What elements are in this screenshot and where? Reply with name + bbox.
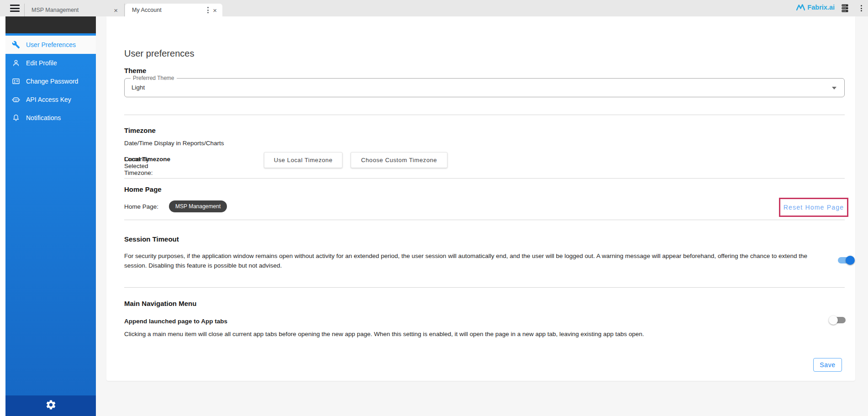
sidebar-footer	[5, 395, 96, 416]
top-bar: MSP Management × My Account × Fabrix.ai	[0, 0, 868, 16]
server-stack-icon[interactable]	[841, 4, 849, 14]
home-page-chip: MSP Management	[169, 200, 227, 212]
sidebar-item-change-password[interactable]: Change Password	[5, 72, 96, 90]
content-card: User preferences Theme Preferred Theme L…	[106, 16, 855, 381]
tab-options-kebab-icon[interactable]	[205, 6, 211, 14]
session-timeout-toggle[interactable]	[836, 256, 855, 265]
timezone-subtitle: Date/Time Display in Reports/Charts	[124, 140, 224, 147]
divider	[124, 115, 845, 115]
tab-my-account[interactable]: My Account ×	[125, 4, 222, 16]
home-page-label: Home Page:	[124, 203, 158, 210]
append-page-setting-label: Append launched page to App tabs	[124, 318, 227, 325]
sidebar-item-label: User Preferences	[26, 41, 76, 48]
bell-icon	[11, 113, 21, 122]
divider	[124, 287, 845, 288]
id-card-icon	[11, 77, 21, 86]
tab-label: My Account	[132, 7, 205, 13]
more-options-kebab-icon[interactable]	[858, 5, 864, 12]
reset-home-page-button[interactable]: Reset Home Page	[784, 204, 844, 211]
settings-gear-icon[interactable]	[45, 399, 57, 412]
timezone-current: Currently Selected Timezone: Local Timez…	[124, 156, 170, 163]
page-title: User preferences	[124, 48, 194, 59]
toggle-thumb	[846, 256, 855, 265]
brand-logo: Fabrix.ai	[796, 4, 835, 11]
brand-name: Fabrix.ai	[807, 4, 835, 11]
choose-custom-timezone-button[interactable]: Choose Custom Timezone	[351, 152, 447, 168]
preferred-theme-value: Light	[132, 84, 145, 91]
sidebar-item-label: Edit Profile	[26, 59, 57, 67]
preferred-theme-label: Preferred Theme	[131, 75, 177, 81]
tab-msp-management[interactable]: MSP Management ×	[24, 4, 125, 16]
wrench-icon	[11, 40, 21, 49]
tab-label: MSP Management	[32, 7, 112, 13]
timezone-current-label: Currently Selected Timezone:	[124, 156, 170, 176]
divider	[124, 220, 845, 220]
annotation-highlight-box: Reset Home Page	[779, 198, 848, 217]
home-page-row: Home Page: MSP Management	[124, 200, 398, 212]
fabrix-logo-icon	[796, 4, 805, 11]
append-page-toggle[interactable]	[829, 316, 847, 325]
sidebar-item-label: Change Password	[26, 78, 78, 85]
session-timeout-heading: Session Timeout	[124, 235, 179, 243]
theme-heading: Theme	[124, 67, 146, 74]
sidebar-item-label: Notifications	[26, 114, 61, 121]
sidebar-menu: User Preferences Edit Profile	[5, 36, 96, 127]
robot-icon	[11, 95, 21, 104]
left-edge-strip	[0, 16, 5, 416]
main-nav-description: Clicking a main menu item will close all…	[124, 331, 809, 337]
timezone-heading: Timezone	[124, 126, 156, 134]
main-nav-heading: Main Navigation Menu	[124, 300, 196, 307]
home-page-heading: Home Page	[124, 185, 162, 193]
sidebar-item-label: API Access Key	[26, 96, 71, 103]
close-icon[interactable]: ×	[211, 7, 219, 14]
toggle-thumb	[829, 316, 838, 325]
divider	[124, 178, 845, 179]
preferred-theme-select[interactable]: Preferred Theme Light	[124, 78, 845, 97]
sidebar-item-notifications[interactable]: Notifications	[5, 109, 96, 127]
sidebar-item-edit-profile[interactable]: Edit Profile	[5, 54, 96, 72]
sidebar-header-block	[5, 16, 96, 33]
sidebar-item-user-preferences[interactable]: User Preferences	[5, 36, 96, 54]
use-local-timezone-button[interactable]: Use Local Timezone	[264, 152, 342, 168]
hamburger-menu-icon[interactable]	[10, 5, 20, 12]
save-button[interactable]: Save	[813, 358, 842, 372]
sidebar: User Preferences Edit Profile	[5, 16, 96, 395]
chevron-down-icon	[832, 87, 836, 90]
person-icon	[11, 58, 21, 68]
session-timeout-description: For security purposes, if the applicatio…	[124, 251, 830, 270]
sidebar-item-api-access-key[interactable]: API Access Key	[5, 90, 96, 109]
close-icon[interactable]: ×	[112, 7, 120, 14]
